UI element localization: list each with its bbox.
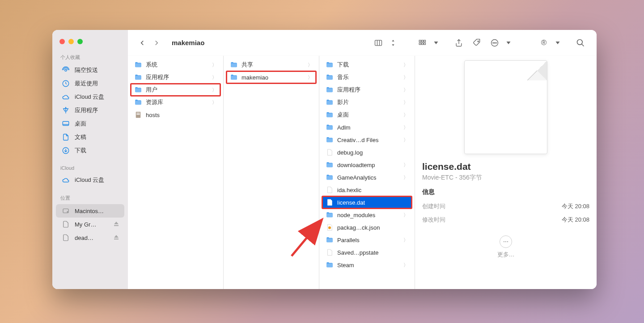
item-label: makemiao bbox=[242, 74, 304, 81]
toolbar: makemiao ® bbox=[128, 30, 597, 56]
preview-info-header: 信息 bbox=[422, 188, 589, 196]
sidebar-item-label: iCloud 云盘 bbox=[75, 176, 104, 184]
finder-window: 个人收藏 隔空投送最近使用iCloud 云盘应用程序桌面文稿下载 iCloud … bbox=[52, 30, 597, 289]
svg-point-31 bbox=[507, 241, 508, 242]
sidebar-item[interactable]: iCloud 云盘 bbox=[56, 90, 124, 104]
svg-rect-17 bbox=[424, 43, 426, 45]
sidebar-item-label: dead… bbox=[75, 235, 93, 241]
sidebar-item-label: Macintos… bbox=[75, 208, 104, 214]
column-1[interactable]: 系统〉应用程序〉用户〉资源库〉hosts bbox=[128, 56, 224, 289]
svg-rect-26 bbox=[136, 113, 140, 114]
sidebar-item[interactable]: Macintos… bbox=[56, 204, 124, 218]
sidebar-item[interactable]: 文稿 bbox=[56, 130, 124, 144]
chevron-right-icon: 〉 bbox=[403, 237, 408, 243]
svg-rect-15 bbox=[419, 43, 421, 45]
list-item[interactable]: 应用程序〉 bbox=[322, 84, 412, 96]
list-item[interactable]: Parallels〉 bbox=[322, 234, 412, 246]
tag-button[interactable] bbox=[470, 37, 484, 49]
item-label: Parallels bbox=[337, 237, 400, 243]
column-2[interactable]: 共享〉makemiao〉 bbox=[224, 56, 319, 289]
column-browser: 系统〉应用程序〉用户〉资源库〉hosts 共享〉makemiao〉 下载〉音乐〉… bbox=[128, 56, 597, 289]
list-item[interactable]: 音乐〉 bbox=[322, 71, 412, 84]
view-columns-button[interactable] bbox=[371, 37, 386, 49]
svg-point-22 bbox=[496, 42, 497, 43]
window-title: makemiao bbox=[172, 39, 204, 46]
item-label: hosts bbox=[146, 112, 217, 118]
sidebar-item-label: iCloud 云盘 bbox=[75, 93, 104, 101]
sidebar-item[interactable]: 桌面 bbox=[56, 117, 124, 130]
list-item[interactable]: license.dat bbox=[322, 196, 412, 209]
list-item[interactable]: 应用程序〉 bbox=[131, 71, 220, 84]
svg-rect-16 bbox=[422, 43, 424, 45]
sidebar-item-label: 最近使用 bbox=[75, 80, 98, 88]
group-button[interactable] bbox=[415, 37, 429, 49]
airdrop-icon bbox=[61, 66, 70, 75]
list-item[interactable]: 下载〉 bbox=[322, 59, 412, 71]
maximize-button[interactable] bbox=[77, 39, 83, 44]
sidebar-item[interactable]: My Gr… bbox=[56, 218, 124, 231]
sidebar-item[interactable]: iCloud 云盘 bbox=[56, 173, 124, 187]
svg-point-18 bbox=[478, 41, 479, 42]
list-item[interactable]: debug.log bbox=[322, 146, 412, 159]
preview-thumbnail bbox=[464, 60, 547, 154]
svg-point-28 bbox=[328, 227, 331, 229]
cloud-icon bbox=[61, 176, 70, 185]
forward-button[interactable] bbox=[151, 38, 162, 48]
sidebar-item[interactable]: 下载 bbox=[56, 144, 124, 157]
action-button[interactable] bbox=[487, 37, 502, 49]
minimize-button[interactable] bbox=[68, 39, 74, 44]
list-item[interactable]: Saved…ppstate bbox=[322, 246, 412, 259]
action-chevron[interactable] bbox=[505, 37, 512, 49]
item-label: Creativ…d Files bbox=[337, 137, 400, 143]
apps-icon bbox=[61, 106, 70, 115]
reg-chevron[interactable] bbox=[555, 37, 561, 49]
item-label: downloadtemp bbox=[337, 162, 400, 168]
list-item[interactable]: makemiao〉 bbox=[226, 71, 316, 84]
list-item[interactable]: 桌面〉 bbox=[322, 109, 412, 121]
list-item[interactable]: Adlm〉 bbox=[322, 121, 412, 134]
preview-filename: license.dat bbox=[422, 161, 589, 172]
list-item[interactable]: Creativ…d Files〉 bbox=[322, 134, 412, 146]
eject-icon[interactable] bbox=[114, 221, 119, 228]
group-chevron[interactable] bbox=[433, 37, 439, 49]
list-item[interactable]: Steam〉 bbox=[322, 259, 412, 271]
back-button[interactable] bbox=[137, 38, 148, 48]
item-label: 桌面 bbox=[337, 111, 400, 119]
item-label: 共享 bbox=[242, 61, 304, 69]
list-item[interactable]: 资源库〉 bbox=[131, 96, 220, 109]
list-item[interactable]: GameAnalytics〉 bbox=[322, 171, 412, 184]
registered-badge[interactable]: ® bbox=[537, 37, 551, 49]
item-label: node_modules bbox=[337, 212, 400, 218]
list-item[interactable]: 共享〉 bbox=[226, 59, 316, 71]
close-button[interactable] bbox=[59, 39, 65, 44]
sidebar-item[interactable]: dead… bbox=[56, 231, 124, 244]
list-item[interactable]: hosts bbox=[131, 109, 220, 121]
chevron-right-icon: 〉 bbox=[308, 62, 313, 68]
list-item[interactable]: 系统〉 bbox=[131, 59, 220, 71]
list-item[interactable]: node_modules〉 bbox=[322, 209, 412, 221]
svg-rect-12 bbox=[419, 40, 421, 42]
column-3[interactable]: 下载〉音乐〉应用程序〉影片〉桌面〉Adlm〉Creativ…d Files〉de… bbox=[319, 56, 415, 289]
info-label: 修改时间 bbox=[422, 216, 445, 224]
eject-icon[interactable] bbox=[114, 235, 119, 241]
more-button[interactable] bbox=[500, 235, 512, 248]
chevron-right-icon: 〉 bbox=[403, 262, 408, 268]
sidebar-section-locations: 位置 bbox=[52, 193, 128, 204]
sidebar-item-label: 文稿 bbox=[75, 133, 86, 141]
search-button[interactable] bbox=[573, 37, 588, 49]
sidebar-section-favorites: 个人收藏 bbox=[52, 52, 128, 63]
sidebar-item[interactable]: 应用程序 bbox=[56, 104, 124, 117]
list-item[interactable]: packag…ck.json bbox=[322, 221, 412, 234]
sidebar-item-label: 下载 bbox=[75, 147, 86, 155]
sidebar-item[interactable]: 隔空投送 bbox=[56, 63, 124, 77]
item-label: 用户 bbox=[146, 86, 208, 94]
item-label: 音乐 bbox=[337, 73, 400, 81]
list-item[interactable]: ida.hexlic bbox=[322, 184, 412, 196]
list-item[interactable]: 用户〉 bbox=[131, 84, 220, 96]
sidebar-item[interactable]: 最近使用 bbox=[56, 77, 124, 90]
view-options-chevron[interactable] bbox=[389, 37, 397, 49]
info-label: 创建时间 bbox=[422, 202, 445, 210]
list-item[interactable]: 影片〉 bbox=[322, 96, 412, 109]
share-button[interactable] bbox=[452, 37, 466, 49]
list-item[interactable]: downloadtemp〉 bbox=[322, 159, 412, 171]
